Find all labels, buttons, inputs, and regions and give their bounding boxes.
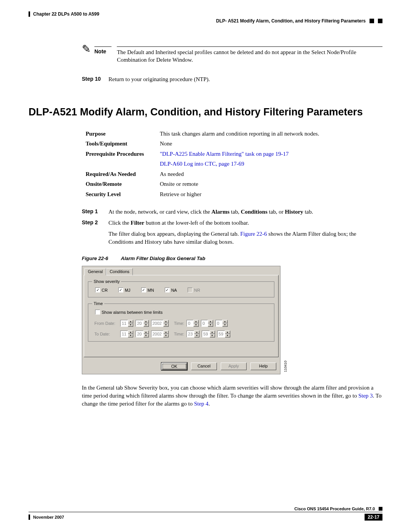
required-label: Required/As Needed bbox=[86, 170, 160, 179]
header-square-1 bbox=[370, 19, 374, 23]
to-sec-spinner[interactable]: 59▲▼ bbox=[217, 331, 230, 337]
pencil-icon: ✎ bbox=[82, 43, 91, 55]
from-year-spinner[interactable]: 2002▲▼ bbox=[151, 320, 169, 327]
apply-button[interactable]: Apply bbox=[221, 363, 247, 370]
from-month-spinner[interactable]: 11▲▼ bbox=[120, 320, 133, 327]
footer-book-title: Cisco ONS 15454 Procedure Guide, R7.0 bbox=[294, 506, 375, 511]
to-year-spinner[interactable]: 2002▲▼ bbox=[151, 331, 169, 337]
section-heading: DLP-A521 Modify Alarm, Condition, and Hi… bbox=[29, 106, 382, 118]
checkbox-na[interactable]: ✓NA bbox=[165, 288, 177, 292]
blank-label bbox=[86, 160, 160, 168]
tools-label: Tools/Equipment bbox=[86, 139, 160, 148]
spin-down-icon[interactable]: ▼ bbox=[128, 323, 133, 327]
severity-legend: Show severity bbox=[92, 279, 121, 284]
from-date-label: From Date: bbox=[94, 321, 118, 326]
help-button[interactable]: Help bbox=[250, 363, 276, 370]
footer-rule bbox=[29, 512, 382, 513]
checkbox-nr: NR bbox=[188, 288, 200, 292]
spin-up-icon[interactable]: ▲ bbox=[128, 320, 133, 323]
onsite-value: Onsite or remote bbox=[160, 180, 198, 189]
onsite-label: Onsite/Remote bbox=[86, 180, 160, 189]
checkbox-mj[interactable]: ✓MJ bbox=[118, 288, 131, 292]
header-subtitle: DLP- A521 Modify Alarm, Condition, and H… bbox=[216, 18, 366, 24]
from-time-label: Time: bbox=[174, 321, 184, 326]
to-time-label: Time: bbox=[174, 332, 184, 336]
alarm-filter-dialog: General Conditions Show severity ✓CR ✓MJ… bbox=[82, 266, 280, 374]
chapter-label: Chapter 22 DLPs A500 to A599 bbox=[33, 11, 99, 17]
figure-title: Alarm Filter Dialog Box General Tab bbox=[121, 256, 206, 261]
note-label: Note bbox=[94, 46, 112, 54]
footer-bar bbox=[29, 514, 30, 520]
checkbox-cr[interactable]: ✓CR bbox=[95, 288, 108, 292]
tab-general[interactable]: General bbox=[84, 268, 106, 275]
checkbox-time-limits[interactable]: Show alarms between time limits bbox=[95, 310, 162, 315]
from-sec-spinner[interactable]: 0▲▼ bbox=[215, 320, 228, 327]
tools-value: None bbox=[160, 139, 172, 148]
figure-ref-link[interactable]: Figure 22-6 bbox=[240, 231, 267, 237]
tab-conditions[interactable]: Conditions bbox=[106, 268, 133, 275]
footer-square bbox=[379, 507, 382, 511]
step-4-link[interactable]: Step 4 bbox=[194, 401, 209, 407]
purpose-label: Purpose bbox=[86, 129, 160, 138]
checkbox-mn[interactable]: ✓MN bbox=[141, 288, 154, 292]
to-min-spinner[interactable]: 59▲▼ bbox=[202, 331, 215, 337]
required-value: As needed bbox=[160, 170, 184, 179]
figure-number: Figure 22-6 bbox=[82, 256, 108, 261]
prereq-link-1[interactable]: "DLP-A225 Enable Alarm Filtering" task o… bbox=[160, 150, 288, 158]
step-2-label: Step 2 bbox=[82, 219, 108, 227]
from-hour-spinner[interactable]: 0▲▼ bbox=[186, 320, 199, 327]
purpose-value: This task changes alarm and condition re… bbox=[160, 129, 319, 138]
prereq-label: Prerequisite Procedures bbox=[86, 150, 160, 158]
cancel-button[interactable]: Cancel bbox=[191, 363, 217, 370]
footer-date: November 2007 bbox=[33, 515, 64, 519]
step-2-text: Click the Filter button at the lower-lef… bbox=[108, 219, 382, 227]
note-text: The Default and Inherited special profil… bbox=[117, 46, 382, 64]
from-min-spinner[interactable]: 0▲▼ bbox=[201, 320, 213, 327]
page-number: 22-17 bbox=[365, 514, 382, 521]
step-1-text: At the node, network, or card view, clic… bbox=[108, 208, 382, 216]
severity-group: Show severity ✓CR ✓MJ ✓MN ✓NA NR bbox=[88, 279, 274, 297]
to-hour-spinner[interactable]: 23▲▼ bbox=[186, 331, 199, 337]
step-10-label: Step 10 bbox=[82, 75, 108, 83]
security-value: Retrieve or higher bbox=[160, 190, 201, 199]
step-3-link[interactable]: Step 3 bbox=[358, 393, 373, 399]
prereq-link-2[interactable]: DLP-A60 Log into CTC, page 17-69 bbox=[160, 160, 244, 168]
header-bar bbox=[29, 11, 30, 17]
time-group: Time Show alarms between time limits Fro… bbox=[88, 301, 274, 342]
step-10-text: Return to your originating procedure (NT… bbox=[108, 75, 382, 83]
figure-id: 110410 bbox=[284, 361, 287, 372]
ok-button[interactable]: OK bbox=[161, 363, 187, 370]
to-month-spinner[interactable]: 11▲▼ bbox=[120, 331, 133, 337]
header-square-2 bbox=[378, 19, 382, 23]
info-table: Purpose This task changes alarm and cond… bbox=[86, 129, 382, 199]
time-legend: Time bbox=[92, 301, 104, 306]
body-paragraph: In the General tab Show Severity box, yo… bbox=[82, 384, 382, 408]
step-1-label: Step 1 bbox=[82, 208, 108, 216]
to-day-spinner[interactable]: 20▲▼ bbox=[135, 331, 148, 337]
from-day-spinner[interactable]: 20▲▼ bbox=[135, 320, 148, 327]
security-label: Security Level bbox=[86, 190, 160, 199]
step-2-body: The filter dialog box appears, displayin… bbox=[108, 230, 382, 246]
to-date-label: To Date: bbox=[94, 332, 118, 336]
